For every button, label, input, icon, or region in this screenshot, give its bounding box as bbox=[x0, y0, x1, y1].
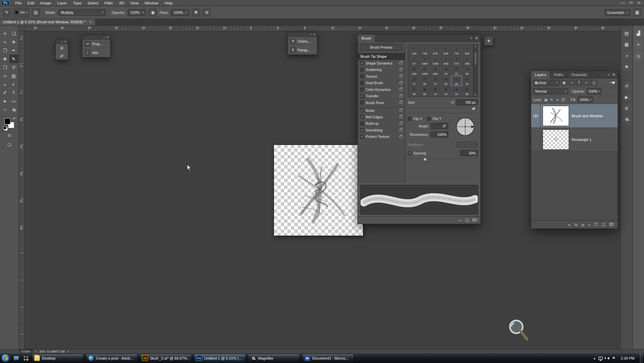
adjustments-panel-icon[interactable]: ◑ bbox=[622, 51, 631, 60]
default-colors-icon[interactable] bbox=[3, 126, 6, 129]
taskbar-button-untitled-1-5-31[interactable]: PsUntitled-1 @ 5.31% (... bbox=[194, 354, 246, 362]
menu-filter[interactable]: Filter bbox=[101, 1, 116, 5]
collapse-icon[interactable]: » bbox=[61, 40, 63, 43]
new-brush-icon[interactable]: ❏ bbox=[465, 218, 469, 222]
checkbox-shape-dynamics[interactable] bbox=[360, 61, 364, 65]
brush-option-dual-brush[interactable]: Dual Brush bbox=[358, 80, 405, 87]
pressure-opacity-icon[interactable]: ◉ bbox=[149, 8, 157, 17]
visibility-toggle[interactable] bbox=[531, 104, 541, 127]
brush-tip-1499[interactable]: ⁂1499 bbox=[419, 66, 430, 76]
spacing-slider[interactable] bbox=[408, 157, 478, 161]
properties-panel-button[interactable]: ≔Prop... bbox=[82, 40, 110, 48]
info-dock-icon[interactable]: ⌖ bbox=[634, 40, 643, 49]
brush-tip-37[interactable]: ⁂37 bbox=[451, 66, 462, 76]
brush-tip-shape-item[interactable]: Brush Tip Shape bbox=[358, 53, 405, 60]
filter-toggle[interactable] bbox=[609, 81, 616, 84]
filter-smart-object-icon[interactable]: ❏ bbox=[591, 80, 597, 86]
filter-adjustment-icon[interactable]: ◑ bbox=[568, 80, 575, 86]
network-icon[interactable] bbox=[598, 357, 603, 360]
menu-file[interactable]: File bbox=[12, 1, 25, 5]
path-selection-tool[interactable]: ➤ bbox=[1, 97, 9, 105]
size-field[interactable]: 700 px bbox=[456, 99, 478, 105]
delete-brush-icon[interactable]: ⌦ bbox=[472, 218, 477, 222]
layer-thumbnail[interactable] bbox=[543, 106, 569, 126]
brush-tip-57[interactable]: ◖57 bbox=[409, 55, 419, 66]
reset-size-icon[interactable]: ↺ bbox=[451, 100, 454, 105]
checkbox-smoothing[interactable] bbox=[360, 128, 364, 132]
brush-tip-23[interactable]: ❉23 bbox=[451, 86, 462, 96]
blur-tool[interactable]: ◒ bbox=[1, 80, 9, 89]
brush-tip-424[interactable]: ◗424 bbox=[462, 45, 472, 55]
screen-mode-icon[interactable]: ❏ bbox=[5, 141, 14, 148]
brush-tip-32[interactable]: ⁂32 bbox=[441, 76, 451, 86]
vertical-ruler[interactable]: 5051015202530 bbox=[19, 31, 24, 349]
filter-shape-icon[interactable]: ▱ bbox=[583, 80, 590, 86]
filter-kind-select[interactable]: Kind ▾ bbox=[533, 80, 560, 86]
brush-tip-100[interactable]: ◗100 bbox=[409, 45, 419, 55]
actions-panel-icon[interactable]: ▶ bbox=[622, 93, 631, 101]
close-icon[interactable]: ✕ bbox=[106, 36, 109, 39]
brush-tip-17[interactable]: ⁂17 bbox=[409, 76, 419, 86]
toolbar-collapse-icon[interactable]: » bbox=[8, 26, 10, 29]
brush-tip-43[interactable]: ❉43 bbox=[441, 86, 451, 96]
healing-brush-tool[interactable]: ✚ bbox=[1, 55, 9, 63]
brush-option-build-up[interactable]: Build-up bbox=[358, 120, 405, 127]
color-panel-icon[interactable]: ▤ bbox=[622, 29, 631, 38]
brush-option-protect-texture[interactable]: Protect Texture bbox=[358, 134, 405, 140]
marquee-tool[interactable]: ❑ bbox=[9, 29, 18, 38]
layer-row-rectangle-1[interactable]: ⁂Rectangle 1 bbox=[531, 128, 618, 151]
layer-group-icon[interactable]: ❒ bbox=[594, 222, 598, 227]
layer-opacity-field[interactable]: 100% ▾ bbox=[587, 88, 602, 94]
history-brush-tool[interactable]: ↺ bbox=[9, 63, 18, 72]
horizontal-ruler[interactable]: 4540353025201510505101520253035404550556… bbox=[24, 26, 620, 31]
collapsed-panel-icon-1[interactable]: ≣ bbox=[56, 44, 68, 52]
brush-option-brush-pose[interactable]: Brush Pose bbox=[358, 99, 405, 106]
workspace-select[interactable]: Essentials ▾ bbox=[605, 9, 630, 16]
layer-effects-icon[interactable]: fx bbox=[575, 223, 578, 227]
menu-window[interactable]: Window bbox=[142, 1, 162, 5]
show-desktop-button[interactable] bbox=[640, 353, 643, 363]
delete-layer-icon[interactable]: ⌦ bbox=[609, 222, 614, 227]
roundness-field[interactable]: 100% bbox=[431, 131, 448, 138]
panel-menu-icon[interactable]: ≣ bbox=[475, 36, 478, 40]
scrollbar-thumb[interactable] bbox=[474, 52, 477, 65]
quick-selection-tool[interactable]: ❉ bbox=[9, 38, 18, 46]
pinned-app-icon-2[interactable] bbox=[22, 354, 30, 362]
brush-tip-1285[interactable]: ◖1285 bbox=[430, 55, 441, 66]
paragraph-panel-button[interactable]: ¶Parag... bbox=[288, 46, 317, 54]
collapse-icon[interactable]: » bbox=[103, 36, 105, 39]
lock-transparency-icon[interactable]: ▦ bbox=[543, 97, 548, 102]
flip-y-checkbox[interactable]: Flip Y bbox=[427, 117, 442, 121]
brush-tip-60[interactable]: ❉60 bbox=[409, 86, 419, 96]
dodge-tool[interactable]: ◐ bbox=[9, 80, 18, 89]
workspace-switcher-icon[interactable]: ▦ bbox=[633, 8, 641, 17]
foreground-color-swatch[interactable] bbox=[4, 118, 10, 124]
menu-edit[interactable]: Edit bbox=[25, 1, 38, 5]
checkbox-texture[interactable] bbox=[360, 74, 364, 78]
close-tab-icon[interactable]: ✕ bbox=[89, 20, 92, 24]
brush-tip-290[interactable]: ⁂290 bbox=[409, 66, 419, 76]
eyedropper-tool[interactable]: ✒ bbox=[9, 46, 18, 55]
status-arrow-icon[interactable]: ▸ bbox=[68, 350, 69, 353]
brush-tip-749[interactable]: ◗749 bbox=[419, 45, 430, 55]
brush-tip-270[interactable]: ◖270 bbox=[451, 55, 462, 66]
brush-tip-295[interactable]: ◖295 bbox=[462, 55, 472, 66]
tab-channels[interactable]: Channels bbox=[567, 71, 591, 78]
brush-tip-679[interactable]: ◗679 bbox=[430, 45, 441, 55]
brush-tip-840[interactable]: ⁂840 bbox=[430, 66, 441, 76]
canvas-area[interactable] bbox=[19, 26, 620, 349]
taskbar-button-create-a-post-adob[interactable]: Create a post - Adob... bbox=[86, 354, 138, 362]
adjustment-layer-icon[interactable]: ◑ bbox=[588, 223, 590, 227]
spacing-field[interactable]: 30% bbox=[460, 150, 478, 156]
collapse-icon[interactable]: » bbox=[608, 73, 610, 76]
start-button[interactable] bbox=[1, 354, 10, 362]
checkbox-wet-edges[interactable] bbox=[360, 115, 364, 119]
menu-select[interactable]: Select bbox=[84, 1, 101, 5]
size-slider[interactable] bbox=[408, 106, 478, 110]
brush-tip-714[interactable]: ◗714 bbox=[451, 45, 462, 55]
clone-stamp-tool[interactable]: ❒ bbox=[1, 63, 9, 72]
character-panel-button[interactable]: AChara... bbox=[288, 37, 317, 46]
pressure-size-icon[interactable]: ⊕ bbox=[203, 8, 211, 17]
styles-panel-icon[interactable]: ❖ bbox=[622, 62, 631, 71]
properties-panel-icon[interactable]: ≣ bbox=[622, 104, 631, 113]
